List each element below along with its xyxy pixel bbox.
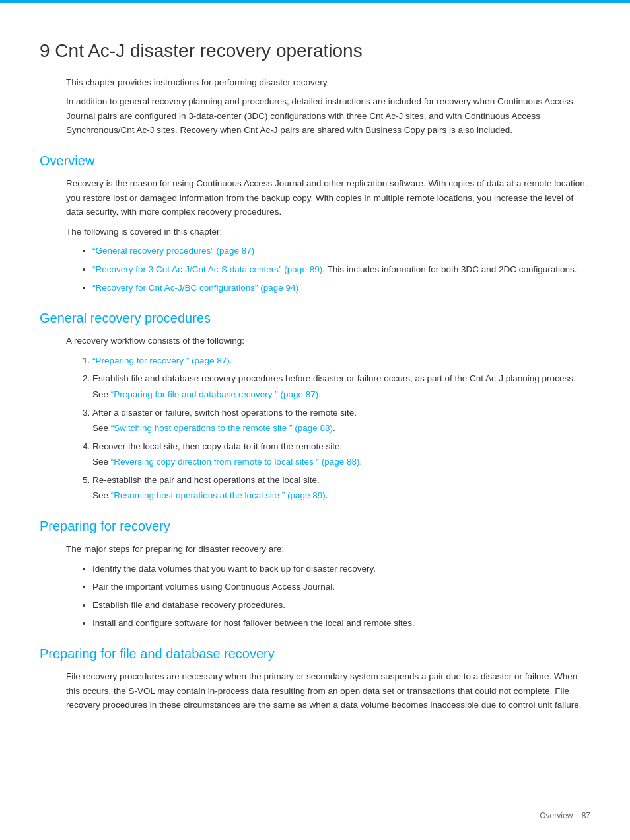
section-heading-preparing-recovery: Preparing for recovery [40,519,590,534]
footer-left: Overview [540,811,573,820]
list-item: Recover the local site, then copy data t… [92,439,590,469]
overview-bullet-list: “General recovery procedures” (page 87) … [79,244,590,295]
preparing-file-db-para: File recovery procedures are necessary w… [66,669,590,712]
ordered-item-2-prefix: Establish file and database recovery pro… [92,373,576,383]
section-heading-overview: Overview [40,153,590,169]
overview-para-2: The following is covered in this chapter… [66,225,590,239]
ordered-item-2-sub: See “Preparing for file and database rec… [92,387,590,402]
list-item: “Preparing for recovery ” (page 87). [92,354,590,368]
ordered-item-5-prefix: Re-establish the pair and host operation… [92,475,320,485]
section-preparing-recovery-body: The major steps for preparing for disast… [66,542,590,630]
list-item: Establish file and database recovery pro… [92,371,590,401]
list-item: “Recovery for Cnt Ac-J/BC configurations… [92,281,590,295]
chapter-title: 9 Cnt Ac-J disaster recovery operations [40,40,590,62]
footer-page-number: 87 [582,811,590,820]
intro-line-2: In addition to general recovery planning… [66,95,590,137]
list-item-suffix-1: . This includes information for both 3DC… [322,264,577,274]
list-item: After a disaster or failure, switch host… [92,406,590,436]
page: 9 Cnt Ac-J disaster recovery operations … [0,0,630,840]
ordered-item-4-sub: See “Reversing copy direction from remot… [92,455,590,469]
section-overview-body: Recovery is the reason for using Continu… [66,176,590,295]
intro-line-1: This chapter provides instructions for p… [66,75,590,90]
link-resuming-host[interactable]: “Resuming host operations at the local s… [111,490,326,500]
general-recovery-intro: A recovery workflow consists of the foll… [66,334,590,348]
list-item: Pair the important volumes using Continu… [92,580,590,594]
list-item: Identify the data volumes that you want … [92,562,590,576]
section-heading-general-recovery: General recovery procedures [40,311,590,326]
link-preparing-file-db[interactable]: “Preparing for file and database recover… [111,389,318,399]
link-bc-configurations[interactable]: “Recovery for Cnt Ac-J/BC configurations… [92,283,298,293]
link-3-data-centers[interactable]: “Recovery for 3 Cnt Ac-J/Cnt Ac-S data c… [92,264,322,274]
preparing-recovery-intro: The major steps for preparing for disast… [66,542,590,556]
link-preparing-recovery[interactable]: “Preparing for recovery ” (page 87) [92,356,230,365]
list-item: Re-establish the pair and host operation… [92,473,590,503]
general-recovery-ordered-list: “Preparing for recovery ” (page 87). Est… [79,354,590,503]
overview-para-1: Recovery is the reason for using Continu… [66,176,590,219]
list-item: Install and configure software for host … [92,616,590,630]
section-preparing-file-db-body: File recovery procedures are necessary w… [66,669,590,712]
link-switching-host[interactable]: “Switching host operations to the remote… [111,423,333,433]
list-item: Establish file and database recovery pro… [92,598,590,613]
ordered-item-3-prefix: After a disaster or failure, switch host… [92,408,357,418]
section-general-recovery-body: A recovery workflow consists of the foll… [66,334,590,503]
list-item: “Recovery for 3 Cnt Ac-J/Cnt Ac-S data c… [92,262,590,277]
link-reversing-copy[interactable]: “Reversing copy direction from remote to… [111,457,360,467]
link-general-recovery[interactable]: “General recovery procedures” (page 87) [92,246,254,256]
ordered-item-4-prefix: Recover the local site, then copy data t… [92,441,342,451]
footer: Overview 87 [540,811,590,820]
top-border [0,0,630,3]
list-item: “General recovery procedures” (page 87) [92,244,590,258]
ordered-item-3-sub: See “Switching host operations to the re… [92,421,590,436]
ordered-item-5-sub: See “Resuming host operations at the loc… [92,488,590,503]
section-heading-preparing-file-db: Preparing for file and database recovery [40,646,590,662]
preparing-recovery-bullets: Identify the data volumes that you want … [79,562,590,630]
